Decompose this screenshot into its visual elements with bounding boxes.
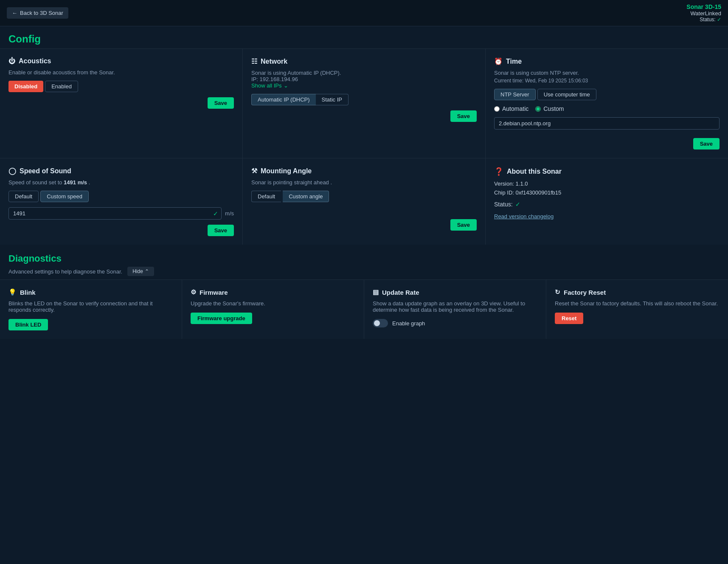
about-status-row: Status: ✓: [494, 201, 720, 208]
ma-icon: ⚒: [251, 167, 257, 175]
config-grid: ⏻ Acoustics Enable or disable acoustics …: [0, 48, 728, 245]
network-icon: ☷: [251, 57, 257, 65]
ma-save-row: Save: [251, 219, 477, 231]
firmware-title: ⚙ Firmware: [191, 288, 355, 296]
auto-ip-tab[interactable]: Automatic IP (DHCP): [251, 94, 316, 105]
diagnostics-title: Diagnostics: [8, 253, 720, 264]
network-tab-group: Automatic IP (DHCP) Static IP: [251, 94, 477, 105]
time-icon: ⏰: [494, 57, 503, 65]
acoustics-enabled-button[interactable]: Enabled: [45, 81, 78, 92]
acoustics-card: ⏻ Acoustics Enable or disable acoustics …: [0, 49, 242, 158]
about-card: ❓ About this Sonar Version: 1.1.0 Chip I…: [486, 158, 728, 245]
about-status-icon: ✓: [515, 201, 520, 208]
speed-of-sound-card: ◯ Speed of Sound Speed of sound set to 1…: [0, 158, 242, 245]
sos-icon: ◯: [8, 167, 16, 175]
network-save-row: Save: [251, 110, 477, 122]
ma-title: ⚒ Mounting Angle: [251, 167, 477, 175]
ntp-server-input[interactable]: [494, 117, 720, 130]
sos-description: Speed of sound set to 1491 m/s .: [8, 179, 234, 186]
sos-tab-group: Default Custom speed: [8, 191, 234, 202]
back-label: Back to 3D Sonar: [20, 10, 63, 16]
blink-led-button[interactable]: Blink LED: [8, 319, 48, 330]
changelog-link[interactable]: Read version changelog: [494, 213, 554, 220]
sos-unit: m/s: [225, 210, 234, 217]
firmware-upgrade-button[interactable]: Firmware upgrade: [191, 313, 252, 324]
blink-title: 💡 Blink: [8, 288, 173, 296]
ntp-server-button[interactable]: NTP Server: [494, 89, 536, 100]
sos-save-row: Save: [8, 225, 234, 236]
about-title: ❓ About this Sonar: [494, 167, 720, 176]
sos-check-icon: ✓: [213, 210, 218, 217]
network-save-button[interactable]: Save: [450, 110, 477, 122]
diagnostics-section: Diagnostics Advanced settings to help di…: [0, 245, 728, 279]
about-version: Version: 1.1.0: [494, 180, 720, 187]
factory-reset-description: Reset the Sonar to factory defaults. Thi…: [555, 300, 720, 307]
device-status: Status: ✓: [686, 17, 721, 23]
time-ntp-row: NTP Server Use computer time: [494, 89, 720, 100]
mounting-angle-card: ⚒ Mounting Angle Sonar is pointing strai…: [243, 158, 485, 245]
factory-reset-icon: ↻: [555, 288, 560, 296]
time-automatic-radio[interactable]: Automatic: [494, 105, 528, 112]
network-description: Sonar is using Automatic IP (DHCP). IP: …: [251, 70, 477, 89]
update-rate-title: ▤ Update Rate: [373, 288, 537, 296]
ma-tab-group: Default Custom angle: [251, 191, 477, 202]
acoustics-save-button[interactable]: Save: [208, 97, 234, 109]
sos-title: ◯ Speed of Sound: [8, 167, 234, 175]
time-card: ⏰ Time Sonar is using custom NTP server.…: [486, 49, 728, 158]
sos-save-button[interactable]: Save: [208, 225, 234, 236]
blink-card: 💡 Blink Blinks the LED on the Sonar to v…: [0, 280, 182, 339]
status-ok-icon: ✓: [717, 17, 721, 23]
factory-reset-card: ↻ Factory Reset Reset the Sonar to facto…: [546, 280, 728, 339]
acoustics-disabled-button[interactable]: Disabled: [8, 81, 43, 92]
use-computer-time-button[interactable]: Use computer time: [537, 89, 596, 100]
time-description: Sonar is using custom NTP server. Curren…: [494, 70, 720, 84]
acoustics-icon: ⏻: [8, 57, 15, 65]
hide-button[interactable]: Hide ⌃: [127, 267, 154, 276]
show-all-ips-link[interactable]: Show all IPs ⌄: [251, 82, 288, 89]
time-save-button[interactable]: Save: [693, 138, 720, 149]
chevron-up-icon: ⌃: [145, 268, 149, 274]
blink-icon: 💡: [8, 288, 17, 296]
network-title: ☷ Network: [251, 57, 477, 65]
time-save-row: Save: [494, 138, 720, 149]
enable-graph-row: Enable graph: [373, 319, 537, 327]
device-info: Sonar 3D-15 WaterLinked Status: ✓: [686, 3, 721, 23]
acoustics-title: ⏻ Acoustics: [8, 57, 234, 65]
firmware-card: ⚙ Firmware Upgrade the Sonar's firmware.…: [182, 280, 364, 339]
firmware-icon: ⚙: [191, 288, 196, 296]
acoustics-toggle-group: Disabled Enabled: [8, 81, 234, 92]
network-card: ☷ Network Sonar is using Automatic IP (D…: [243, 49, 485, 158]
update-rate-icon: ▤: [373, 288, 379, 296]
back-arrow-icon: ←: [12, 10, 17, 16]
acoustics-description: Enable or disable acoustics from the Son…: [8, 69, 234, 76]
sos-input-wrapper: ✓: [8, 207, 222, 220]
ma-custom-button[interactable]: Custom angle: [283, 191, 329, 202]
blink-description: Blinks the LED on the Sonar to verify co…: [8, 300, 173, 313]
ma-save-button[interactable]: Save: [450, 219, 477, 231]
acoustics-save-row: Save: [8, 97, 234, 109]
ma-description: Sonar is pointing straight ahead .: [251, 179, 477, 186]
static-ip-tab[interactable]: Static IP: [316, 94, 349, 105]
diagnostics-grid: 💡 Blink Blinks the LED on the Sonar to v…: [0, 279, 728, 339]
ma-default-button[interactable]: Default: [251, 191, 281, 202]
about-chip-id: Chip ID: 0xf143000901fb15: [494, 189, 720, 196]
sos-input[interactable]: [8, 207, 222, 220]
diagnostics-description: Advanced settings to help diagnose the S…: [8, 268, 122, 275]
toggle-slider: [373, 319, 388, 327]
back-button[interactable]: ← Back to 3D Sonar: [7, 7, 68, 19]
time-title: ⏰ Time: [494, 57, 720, 65]
update-rate-card: ▤ Update Rate Show a data update graph a…: [364, 280, 546, 339]
diagnostics-desc-row: Advanced settings to help diagnose the S…: [8, 267, 720, 276]
factory-reset-button[interactable]: Reset: [555, 313, 583, 324]
time-custom-radio[interactable]: Custom: [535, 105, 564, 112]
firmware-description: Upgrade the Sonar's firmware.: [191, 300, 355, 307]
sos-custom-button[interactable]: Custom speed: [40, 191, 89, 202]
time-radio-group: Automatic Custom: [494, 105, 720, 112]
enable-graph-toggle[interactable]: [373, 319, 388, 327]
chevron-down-icon: ⌄: [284, 82, 288, 89]
sos-default-button[interactable]: Default: [8, 191, 39, 202]
page-title: Config: [0, 26, 728, 48]
sos-input-row: ✓ m/s: [8, 207, 234, 220]
device-brand: WaterLinked: [686, 10, 721, 17]
about-icon: ❓: [494, 167, 503, 176]
